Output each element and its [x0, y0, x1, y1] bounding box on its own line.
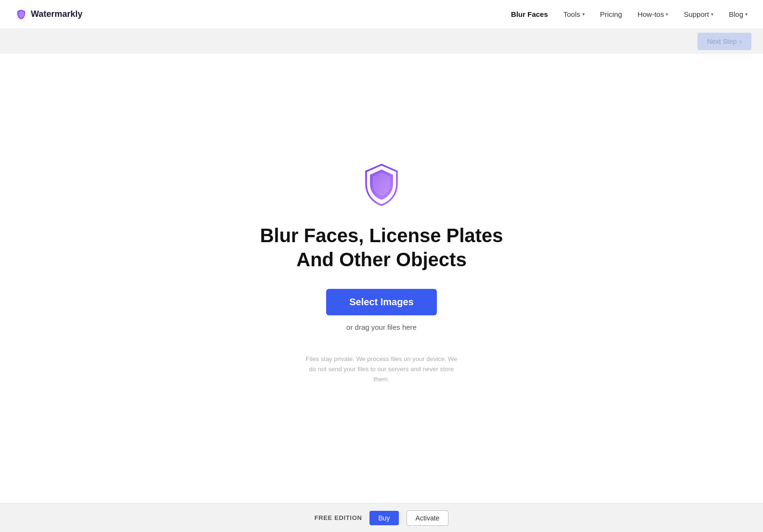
- edition-label: FREE EDITION: [315, 514, 362, 521]
- activate-button[interactable]: Activate: [407, 510, 449, 526]
- tools-chevron-icon: ▾: [582, 12, 585, 17]
- brand-logo-icon: [15, 9, 27, 20]
- nav-tools[interactable]: Tools ▾: [564, 10, 585, 18]
- nav-how-tos[interactable]: How-tos ▾: [637, 10, 668, 18]
- nav-menu: Blur Faces Tools ▾ Pricing How-tos ▾ Sup…: [511, 10, 748, 18]
- nav-support[interactable]: Support ▾: [684, 10, 713, 18]
- nav-blog[interactable]: Blog ▾: [729, 10, 748, 18]
- how-tos-chevron-icon: ▾: [666, 12, 668, 17]
- footer-bar: FREE EDITION Buy Activate: [0, 503, 763, 532]
- next-step-arrow-icon: ›: [739, 38, 742, 45]
- drag-hint-text: or drag your files here: [346, 323, 417, 331]
- next-step-button[interactable]: Next Step ›: [697, 33, 751, 50]
- select-images-button[interactable]: Select Images: [326, 289, 436, 315]
- blog-chevron-icon: ▾: [745, 12, 748, 17]
- buy-button[interactable]: Buy: [369, 511, 398, 525]
- hero-title: Blur Faces, License Plates And Other Obj…: [260, 223, 503, 272]
- nav-blur-faces[interactable]: Blur Faces: [511, 10, 548, 18]
- support-chevron-icon: ▾: [711, 12, 713, 17]
- hero-shield-icon: [362, 163, 401, 208]
- navbar: Watermarkly Blur Faces Tools ▾ Pricing H…: [0, 0, 763, 29]
- brand-name: Watermarkly: [31, 9, 82, 19]
- privacy-note: Files stay private. We process files on …: [304, 354, 459, 384]
- nav-pricing[interactable]: Pricing: [600, 10, 622, 18]
- step-bar: Next Step ›: [0, 29, 763, 54]
- brand-logo[interactable]: Watermarkly: [15, 9, 82, 20]
- main-content: Blur Faces, License Plates And Other Obj…: [0, 54, 763, 503]
